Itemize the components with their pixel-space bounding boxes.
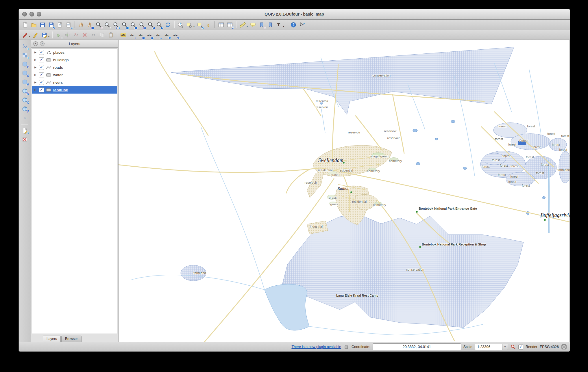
layers-panel-title: Layers [31, 42, 118, 46]
identify-icon[interactable]: i [177, 21, 184, 29]
label-move-icon[interactable]: abc↔ [154, 31, 162, 39]
plugin-icon[interactable] [343, 344, 349, 350]
add-delimited-text-icon[interactable]: , [21, 114, 29, 122]
scale-combo[interactable]: 1:23396 ▼ [475, 344, 508, 350]
layer-visibility-checkbox[interactable]: ✓ [39, 88, 44, 92]
field-calculator-icon[interactable]: Σ [226, 21, 234, 29]
text-annotation-icon[interactable]: T [275, 21, 283, 29]
save-project-as-icon[interactable]: ✎ [47, 21, 55, 29]
expand-arrow-icon[interactable]: ▶ [34, 88, 37, 91]
composer-manager-icon[interactable]: ≡ [64, 21, 72, 29]
layer-item-landuse[interactable]: ▶✓landuse [32, 86, 117, 94]
layer-visibility-checkbox[interactable]: ✓ [39, 65, 44, 70]
toggle-editing-icon[interactable] [32, 31, 39, 39]
label-show-hide-icon[interactable]: abc◉ [145, 31, 153, 39]
add-postgis-layer-icon[interactable]: P [21, 60, 29, 68]
zoom-to-layer-icon[interactable]: ▤ [138, 21, 146, 29]
add-wfs-layer-icon[interactable]: F [21, 105, 29, 113]
remove-layer-icon[interactable] [21, 135, 29, 143]
layer-item-water[interactable]: ▶✓water [32, 71, 117, 79]
zoom-next-icon[interactable]: ▶ [155, 21, 163, 29]
help-icon[interactable]: ? [289, 21, 297, 29]
map-tips-icon[interactable] [249, 21, 257, 29]
layer-visibility-checkbox[interactable]: ✓ [39, 72, 44, 77]
expand-arrow-icon[interactable]: ▶ [34, 51, 37, 54]
show-bookmarks-icon[interactable] [266, 21, 274, 29]
layer-item-buildings[interactable]: ▶✓buildings [32, 56, 117, 64]
zoom-native-icon[interactable]: 1:1 [112, 21, 120, 29]
label-change-icon[interactable]: abc✎ [171, 31, 179, 39]
layer-item-places[interactable]: ▶✓places [32, 49, 117, 56]
layer-labeling-icon[interactable]: abc [119, 31, 127, 39]
add-feature-icon[interactable]: + [55, 31, 62, 39]
copy-features-icon[interactable] [98, 31, 106, 39]
expand-arrow-icon[interactable]: ▶ [34, 58, 37, 61]
chevron-down-icon[interactable]: ▼ [502, 344, 508, 350]
svg-text:abc: abc [164, 34, 169, 37]
crs-icon[interactable] [561, 344, 567, 350]
add-spatialite-layer-icon[interactable]: S [21, 69, 29, 77]
cut-features-icon-glyph: ✂ [90, 32, 97, 38]
save-edits-icon[interactable] [40, 31, 48, 39]
paste-features-icon[interactable] [107, 31, 114, 39]
layer-visibility-checkbox[interactable]: ✓ [39, 50, 44, 55]
zoom-out-icon[interactable]: − [103, 21, 111, 29]
titlebar[interactable]: QGIS 2.0.1-Dufour - basic_map [19, 9, 570, 20]
add-mssql-layer-icon[interactable]: M [21, 78, 29, 86]
label-pin-icon[interactable]: abc↓ [128, 31, 136, 39]
layer-visibility-checkbox[interactable]: ✓ [39, 80, 44, 85]
map-label: forest [541, 163, 549, 166]
map-canvas[interactable]: conservationreservoirreservoirreservoirr… [118, 40, 570, 342]
add-wms-layer-icon[interactable]: W [21, 87, 29, 95]
expand-arrow-icon[interactable]: ▶ [34, 81, 37, 84]
layer-visibility-checkbox[interactable]: ✓ [39, 57, 44, 62]
icon-modifier: ▣ [142, 37, 145, 40]
add-raster-layer-icon[interactable]: + [21, 51, 29, 59]
node-tool-icon[interactable] [72, 31, 80, 39]
toolbar-separator [52, 31, 52, 38]
select-by-expression-icon[interactable]: ε [204, 21, 212, 29]
dropdown-arrow-icon[interactable]: ▾ [193, 25, 195, 28]
label-highlight-icon[interactable]: abc▣ [137, 31, 145, 39]
layer-item-rivers[interactable]: ▶✓rivers [32, 79, 117, 86]
expand-arrow-icon[interactable]: ▶ [34, 73, 37, 76]
refresh-icon[interactable] [164, 21, 172, 29]
plugin-available-link[interactable]: There is a new plugin available [291, 345, 341, 349]
dropdown-arrow-icon[interactable]: ▾ [29, 35, 30, 38]
deselect-all-icon[interactable]: ✕ [196, 21, 204, 29]
attribute-table-icon[interactable] [217, 21, 225, 29]
save-project-icon[interactable] [38, 21, 46, 29]
pan-map-icon[interactable] [77, 21, 85, 29]
new-bookmark-icon[interactable]: + [258, 21, 265, 29]
expand-arrow-icon[interactable]: ▶ [34, 66, 37, 69]
add-wcs-layer-icon[interactable]: C [21, 96, 29, 104]
new-shapefile-icon[interactable]: + [21, 127, 29, 134]
zoom-full-icon[interactable]: ▣ [121, 21, 128, 29]
new-composer-icon[interactable] [56, 21, 64, 29]
zoom-in-icon[interactable]: + [95, 21, 102, 29]
zoom-to-selection-icon[interactable]: ▦ [129, 21, 137, 29]
open-project-icon[interactable] [30, 21, 38, 29]
current-edits-icon[interactable] [21, 31, 29, 39]
pan-to-selection-icon[interactable]: ▦ [86, 21, 94, 29]
panel-tab-layers[interactable]: Layers [43, 336, 61, 342]
dropdown-arrow-icon[interactable]: ▾ [48, 35, 49, 38]
new-project-icon[interactable] [21, 21, 29, 29]
delete-selected-icon-glyph [82, 32, 88, 38]
scale-magnifier-icon[interactable] [510, 344, 516, 350]
panel-tab-browser[interactable]: Browser [61, 336, 82, 342]
move-feature-icon[interactable] [63, 31, 71, 39]
dropdown-arrow-icon[interactable]: ▾ [247, 25, 248, 28]
add-vector-layer-icon[interactable]: + [21, 42, 29, 50]
select-features-icon[interactable] [185, 21, 193, 29]
whats-this-icon[interactable]: ? [298, 21, 306, 29]
layer-item-roads[interactable]: ▶✓roads [32, 64, 117, 71]
label-rotate-icon[interactable]: abc↻ [163, 31, 171, 39]
zoom-last-icon[interactable]: ◀ [147, 21, 154, 29]
delete-selected-icon[interactable] [81, 31, 88, 39]
cut-features-icon[interactable]: ✂ [89, 31, 97, 39]
measure-icon[interactable] [238, 21, 246, 29]
dropdown-arrow-icon[interactable]: ▾ [283, 25, 284, 28]
render-checkbox[interactable]: ✓ [518, 345, 523, 349]
coordinate-input[interactable] [373, 343, 461, 350]
